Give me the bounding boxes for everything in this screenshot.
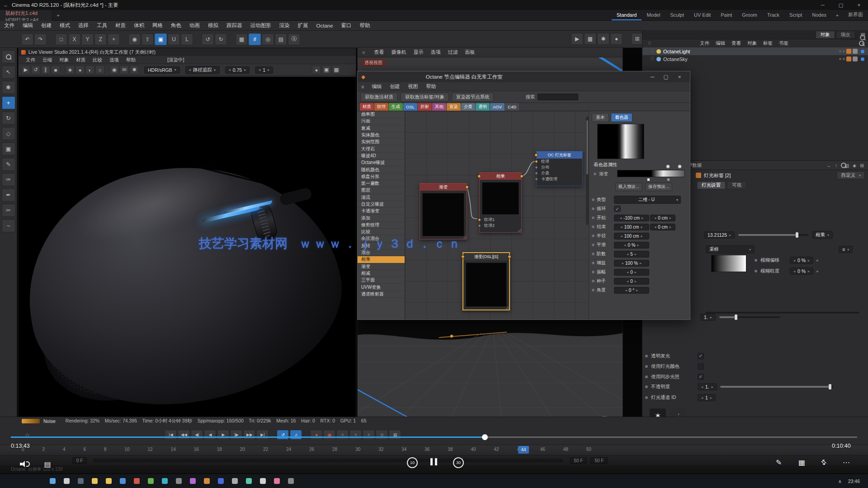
- node-editor-titlebar[interactable]: ◆ Octane 节点编辑器 白无常工作室 ─ ▢ ×: [358, 71, 690, 82]
- pen-tool[interactable]: ✎: [2, 158, 15, 171]
- param-value[interactable]: 0: [614, 278, 649, 285]
- anim-dot[interactable]: [592, 244, 594, 246]
- object-manager-menu-item[interactable]: 查看: [728, 40, 744, 47]
- anim-dot[interactable]: [592, 280, 594, 282]
- param-value[interactable]: ✓: [614, 206, 621, 212]
- light-tag-node[interactable]: OC 灯光标签 纹理 分布: [536, 151, 583, 186]
- maximize-button[interactable]: ▢: [832, 0, 850, 10]
- layout-button[interactable]: Track: [762, 10, 784, 20]
- param-value-2[interactable]: 0 cm: [650, 224, 675, 230]
- material-ball-icon[interactable]: ●: [312, 66, 321, 74]
- live-viewer-menu-item[interactable]: 文件: [22, 57, 39, 63]
- add-layout-button[interactable]: +: [831, 10, 843, 20]
- anim-dot[interactable]: [592, 262, 594, 264]
- mix-stepper[interactable]: 1.▸: [700, 314, 716, 321]
- visibility-dot-editor[interactable]: [839, 58, 841, 60]
- layer-color-dot[interactable]: [861, 57, 864, 61]
- gradient-bar[interactable]: [617, 170, 685, 177]
- lock-icon[interactable]: ◈: [66, 66, 75, 74]
- inspector-tab[interactable]: 基本: [592, 113, 609, 122]
- back-icon[interactable]: ←: [826, 163, 831, 168]
- pause-icon[interactable]: ∥: [41, 66, 50, 74]
- object-tag-icon[interactable]: [853, 49, 858, 54]
- power-stepper[interactable]: 13.21125▸: [704, 231, 735, 239]
- anim-dot[interactable]: [592, 225, 594, 228]
- taskbar-app-icon[interactable]: [146, 476, 156, 486]
- node-type-item[interactable]: 修剪纹理: [358, 222, 405, 229]
- node-input-row[interactable]: 分布: [537, 164, 582, 170]
- gradient-osl-node[interactable]: 渐变(OSL)[S] ◿: [462, 252, 510, 310]
- search-icon[interactable]: [2, 50, 15, 63]
- replay-10-button[interactable]: 10: [407, 457, 418, 468]
- player-progress-bar[interactable]: [11, 436, 857, 438]
- range-end-field[interactable]: 50 F: [570, 457, 587, 464]
- node-type-item[interactable]: 实体颜色: [358, 132, 405, 139]
- render-settings-icon[interactable]: ✱: [597, 33, 609, 45]
- viewport-menu-item[interactable]: 面板: [461, 49, 478, 56]
- node-input-row[interactable]: 卡通纹理: [537, 176, 582, 182]
- key-rotation-button[interactable]: ○: [363, 430, 375, 440]
- node-type-item[interactable]: UVW变换: [358, 284, 405, 291]
- action-button[interactable]: 宣染器节点系统: [452, 93, 494, 102]
- add-tab-button[interactable]: +: [52, 10, 64, 20]
- settings-icon[interactable]: ✱: [130, 66, 139, 74]
- render-view-icon[interactable]: ▶: [571, 33, 583, 45]
- attribute-tab[interactable]: 可视: [727, 181, 746, 189]
- preview-range-bar[interactable]: [93, 459, 563, 462]
- next-frame-button[interactable]: |▶: [230, 430, 242, 440]
- blur-param-stepper[interactable]: ◂0 %▸: [790, 257, 813, 264]
- taskbar-app-icon[interactable]: [230, 476, 240, 486]
- brush-tool[interactable]: ✒: [2, 188, 15, 202]
- object-manager-menu-item[interactable]: 编辑: [712, 40, 728, 47]
- viewport-menu-item[interactable]: 显示: [410, 49, 427, 56]
- preset-button[interactable]: 载入预设...: [615, 183, 642, 191]
- taskbar-app-icon[interactable]: [258, 476, 268, 486]
- node-type-item[interactable]: 卡通渐变: [358, 208, 405, 215]
- material-sphere-icon[interactable]: ●: [610, 33, 623, 45]
- anim-dot[interactable]: [645, 365, 648, 368]
- texture-gradient-swatch[interactable]: [711, 255, 746, 272]
- loop-button[interactable]: ↺: [277, 430, 289, 440]
- menu-item[interactable]: 材质: [111, 22, 130, 29]
- object-tag-icon[interactable]: [853, 56, 858, 61]
- node-type-item[interactable]: 余弦混合: [358, 235, 405, 242]
- anim-dot[interactable]: [592, 216, 594, 219]
- close-button[interactable]: ×: [850, 0, 868, 10]
- taskbar-app-icon[interactable]: [244, 476, 254, 486]
- visibility-dot-render[interactable]: [843, 58, 845, 60]
- taskbar-app-icon[interactable]: [286, 476, 296, 486]
- anim-dot[interactable]: [592, 207, 594, 210]
- live-viewer-menu-item[interactable]: 对象: [56, 57, 72, 63]
- view-undo-icon[interactable]: ↺: [202, 33, 214, 45]
- resize-handle[interactable]: ◿: [518, 228, 521, 232]
- node-input-row[interactable]: 纹理1: [480, 217, 521, 223]
- select-frame-icon[interactable]: □: [55, 33, 67, 45]
- range-start-field[interactable]: 0 F: [72, 457, 87, 464]
- magnet-icon[interactable]: U: [168, 33, 180, 45]
- anim-dot[interactable]: [592, 289, 594, 291]
- key-scale-button[interactable]: ○: [349, 430, 362, 440]
- layout-switch-icon[interactable]: ⊞: [631, 33, 643, 45]
- taskbar-app-icon[interactable]: [216, 476, 226, 486]
- picture-icon[interactable]: ▩: [332, 66, 341, 74]
- gradient-node[interactable]: 渐变 ◿: [420, 183, 467, 239]
- menu-item[interactable]: 体积: [130, 22, 148, 29]
- taskbar-app-icon[interactable]: [132, 476, 142, 486]
- layout-button[interactable]: Paint: [716, 10, 737, 20]
- node-type-item[interactable]: 相乘: [358, 256, 405, 263]
- film-icon[interactable]: ▤: [275, 33, 287, 45]
- gradient-handle[interactable]: [667, 178, 670, 181]
- octane-tag-icon[interactable]: [846, 49, 851, 54]
- reset-psr-icon[interactable]: ⇧: [142, 33, 154, 45]
- play-backward-button[interactable]: ◀: [204, 430, 216, 440]
- refresh-icon[interactable]: ↺: [31, 66, 40, 74]
- snap-icon[interactable]: #: [249, 33, 261, 45]
- object-manager-menu-item[interactable]: 标签: [760, 40, 776, 47]
- timeline-ruler[interactable]: 0246810121416182022242628303234363840424…: [0, 445, 868, 455]
- checkbox[interactable]: ✓: [698, 353, 704, 359]
- node-type-item[interactable]: 随机颜色: [358, 166, 405, 173]
- node-input-row[interactable]: 纹理2: [480, 223, 521, 229]
- input-port[interactable]: [478, 224, 481, 227]
- viewport-menu-item[interactable]: 选项: [427, 49, 444, 56]
- gradient-knot-icon[interactable]: [666, 164, 670, 169]
